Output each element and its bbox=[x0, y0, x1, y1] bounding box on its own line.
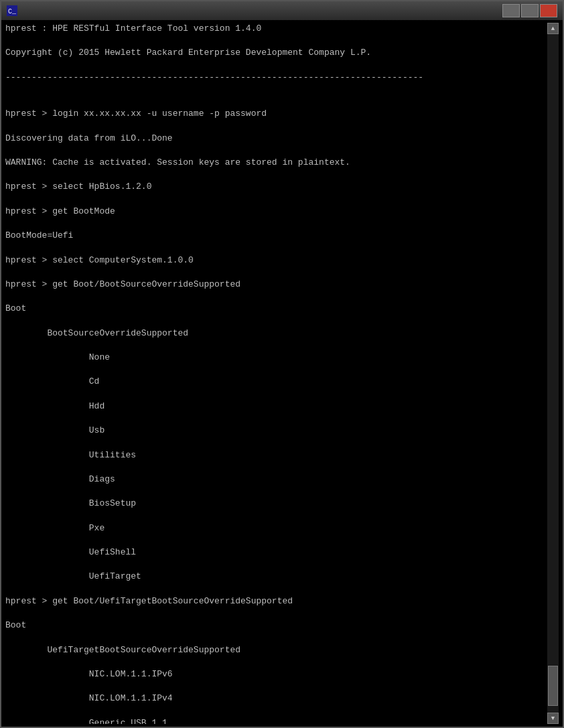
console-line: Discovering data from iLO...Done bbox=[5, 133, 547, 145]
console-line: hprest > select ComputerSystem.1.0.0 bbox=[5, 254, 547, 267]
console-line: hprest > get Boot/BootSourceOverrideSupp… bbox=[5, 279, 547, 291]
scrollbar-down-button[interactable]: ▼ bbox=[547, 713, 559, 724]
console-line: hprest : HPE RESTful Interface Tool vers… bbox=[5, 23, 547, 35]
console-line: UefiShell bbox=[5, 547, 547, 559]
minimize-button[interactable] bbox=[502, 4, 520, 17]
console-line: hprest > login xx.xx.xx.xx -u username -… bbox=[5, 108, 547, 120]
console-line: None bbox=[5, 352, 547, 364]
console-line: Generic.USB.1.1 bbox=[5, 717, 547, 724]
console-line: BootMode=Uefi bbox=[5, 230, 547, 242]
scrollbar-track[interactable] bbox=[547, 34, 559, 713]
console-line: hprest > get Boot/UefiTargetBootSourceOv… bbox=[5, 595, 547, 607]
console-line: Usb bbox=[5, 425, 547, 437]
close-button[interactable] bbox=[540, 4, 557, 17]
console-line: Diags bbox=[5, 474, 547, 486]
console-line: Utilities bbox=[5, 449, 547, 461]
console-line: BiosSetup bbox=[5, 498, 547, 510]
maximize-button[interactable] bbox=[521, 4, 539, 17]
console-output[interactable]: hprest : HPE RESTful Interface Tool vers… bbox=[5, 23, 547, 724]
console-line: UefiTarget bbox=[5, 571, 547, 583]
title-bar-buttons bbox=[502, 4, 557, 17]
console-line: hprest > get BootMode bbox=[5, 206, 547, 218]
console-area: hprest : HPE RESTful Interface Tool vers… bbox=[1, 20, 563, 727]
console-line: Pxe bbox=[5, 522, 547, 534]
svg-text:C_: C_ bbox=[8, 8, 17, 15]
console-line: NIC.LOM.1.1.IPv4 bbox=[5, 693, 547, 705]
console-line: ----------------------------------------… bbox=[5, 72, 547, 84]
title-bar: C_ bbox=[1, 1, 563, 20]
console-line: UefiTargetBootSourceOverrideSupported bbox=[5, 644, 547, 656]
scrollbar-up-button[interactable]: ▲ bbox=[547, 23, 559, 34]
console-line: Cd bbox=[5, 376, 547, 388]
console-line: Boot bbox=[5, 620, 547, 632]
cmd-window: C_ hprest : HPE RESTful Interface Tool v… bbox=[0, 0, 564, 728]
console-line: Hdd bbox=[5, 401, 547, 413]
console-line: BootSourceOverrideSupported bbox=[5, 327, 547, 340]
console-line: NIC.LOM.1.1.IPv6 bbox=[5, 668, 547, 680]
console-line: WARNING: Cache is activated. Session key… bbox=[5, 157, 547, 169]
scrollbar[interactable]: ▲ ▼ bbox=[547, 23, 559, 724]
console-line: Copyright (c) 2015 Hewlett Packard Enter… bbox=[5, 47, 547, 59]
console-line: Boot bbox=[5, 303, 547, 315]
scrollbar-thumb[interactable] bbox=[548, 666, 558, 706]
console-line: hprest > select HpBios.1.2.0 bbox=[5, 181, 547, 193]
cmd-icon: C_ bbox=[7, 5, 17, 16]
